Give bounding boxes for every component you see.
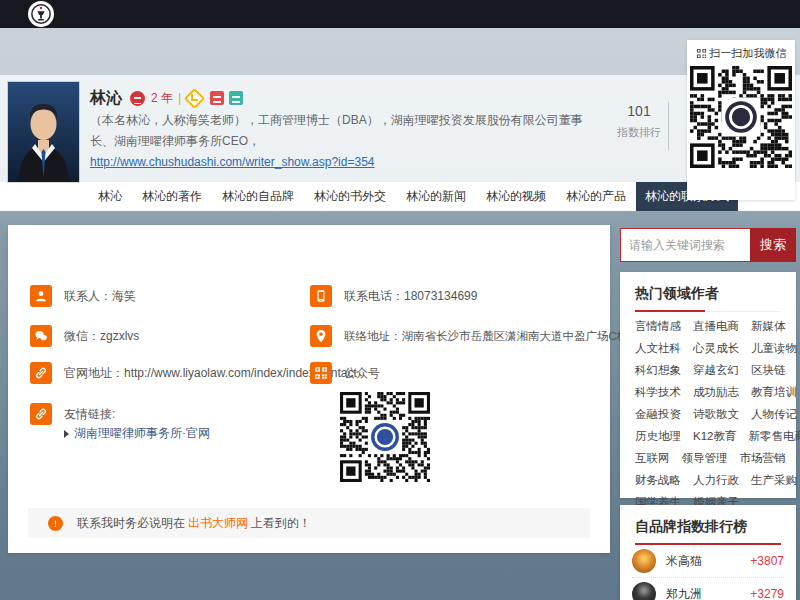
site-logo-icon[interactable] bbox=[28, 1, 54, 27]
rank-name[interactable]: 郑九洲 bbox=[666, 586, 750, 600]
tag-link[interactable]: 直播电商 bbox=[693, 319, 739, 334]
tag-link[interactable]: 言情情感 bbox=[635, 319, 681, 334]
contact-mp-label: 公众号 bbox=[344, 365, 380, 382]
tag-link[interactable]: 心灵成长 bbox=[693, 341, 739, 356]
teal-square-badge-icon bbox=[229, 91, 243, 105]
tag-row: 科学技术成功励志教育培训 bbox=[620, 385, 796, 400]
rank-score: +3807 bbox=[750, 554, 784, 568]
tag-link[interactable]: 人力行政 bbox=[693, 473, 739, 488]
notice-bar: 联系我时务必说明在出书大师网上看到的！ bbox=[28, 508, 590, 538]
tab-products[interactable]: 林沁的产品 bbox=[556, 182, 636, 211]
hot-authors-title: 热门领域作者 bbox=[620, 272, 796, 312]
brand-ranking-panel: 自品牌指数排行榜 米高猫 +3807 郑九洲 +3279 bbox=[620, 505, 796, 600]
contact-phone: 联系电话：18073134699 bbox=[344, 288, 477, 305]
rank-avatar bbox=[632, 549, 656, 573]
friend-link-item[interactable]: 湖南理曜律师事务所·官网 bbox=[64, 425, 210, 442]
contact-phone-row: 联系电话：18073134699 bbox=[310, 285, 477, 307]
contact-person: 联系人：海笑 bbox=[64, 288, 136, 305]
tag-link[interactable]: 领导管理 bbox=[682, 451, 728, 466]
v-certification-icon bbox=[184, 87, 205, 108]
contact-person-row: 联系人：海笑 bbox=[30, 285, 136, 307]
badge-separator: | bbox=[178, 91, 181, 105]
tab-home[interactable]: 林沁 bbox=[88, 182, 132, 211]
top-bar bbox=[0, 0, 800, 28]
contact-wechat-row: 微信：zgzxlvs bbox=[30, 325, 139, 347]
tag-link[interactable]: 穿越玄幻 bbox=[693, 363, 739, 378]
ranking-title: 自品牌指数排行榜 bbox=[620, 505, 796, 545]
page: { "topbar": { "stock_code_label": "股权代码：… bbox=[0, 0, 800, 600]
mp-qr-code bbox=[340, 392, 430, 482]
notice-site-link[interactable]: 出书大师网 bbox=[188, 516, 248, 530]
profile-name: 林沁 bbox=[90, 88, 122, 109]
tag-link[interactable]: 互联网 bbox=[635, 451, 670, 466]
wechat-card-header: 扫一扫加我微信 bbox=[687, 46, 795, 61]
contact-wechat: 微信：zgzxlvs bbox=[64, 328, 139, 345]
tag-link[interactable]: 儿童读物 bbox=[751, 341, 797, 356]
tag-link[interactable]: 科学技术 bbox=[635, 385, 681, 400]
qr-mini-icon bbox=[696, 48, 707, 59]
contact-address: 联络地址：湖南省长沙市岳麓区潇湘南大道中盈广场C栋7楼 bbox=[344, 329, 646, 344]
search-button[interactable]: 搜索 bbox=[750, 228, 796, 262]
triangle-bullet-icon bbox=[64, 430, 69, 438]
tag-link[interactable]: 市场营销 bbox=[740, 451, 786, 466]
qr-icon bbox=[310, 362, 332, 384]
tag-link[interactable]: 生产采购 bbox=[751, 473, 797, 488]
tag-link[interactable]: 金融投资 bbox=[635, 407, 681, 422]
tab-brand[interactable]: 林沁的自品牌 bbox=[212, 182, 304, 211]
tag-row: 人文社科心灵成长儿童读物 bbox=[620, 341, 796, 356]
author-badge-icon bbox=[130, 91, 145, 106]
contact-mp-row: 公众号 bbox=[310, 362, 380, 384]
tag-link[interactable]: 教育培训 bbox=[751, 385, 797, 400]
title-red-underline bbox=[635, 310, 705, 312]
bio-line-1: （本名林沁，人称海笑老师），工商管理博士（DBA），湖南理曜投资发展股份有限公司… bbox=[90, 110, 620, 131]
wechat-card-title: 扫一扫加我微信 bbox=[710, 46, 787, 61]
profile-avatar bbox=[8, 82, 79, 182]
sidebar-search: 搜索 bbox=[620, 228, 796, 262]
wechat-qr-card: 扫一扫加我微信 bbox=[687, 40, 795, 200]
wechat-icon bbox=[30, 325, 52, 347]
tag-row: 言情情感直播电商新媒体 bbox=[620, 319, 796, 334]
profile-nav: 林沁 林沁的著作 林沁的自品牌 林沁的书外交 林沁的新闻 林沁的视频 林沁的产品… bbox=[0, 182, 800, 211]
ranking-row[interactable]: 米高猫 +3807 bbox=[632, 545, 784, 578]
index-label: 指数排行 bbox=[606, 125, 672, 140]
person-icon bbox=[30, 285, 52, 307]
tab-works[interactable]: 林沁的著作 bbox=[132, 182, 212, 211]
rank-name[interactable]: 米高猫 bbox=[666, 553, 750, 570]
hot-authors-panel: 热门领域作者 言情情感直播电商新媒体 人文社科心灵成长儿童读物 科幻想象穿越玄幻… bbox=[620, 272, 796, 498]
tag-link[interactable]: 历史地理 bbox=[635, 429, 681, 444]
profile-name-row: 林沁 2 年 | bbox=[90, 88, 248, 108]
tag-link[interactable]: 财务战略 bbox=[635, 473, 681, 488]
exclamation-icon bbox=[48, 516, 63, 531]
index-value: 101 bbox=[606, 103, 672, 119]
phone-icon bbox=[310, 285, 332, 307]
tag-row: 互联网领导管理市场营销 bbox=[620, 451, 796, 466]
tag-link[interactable]: 新媒体 bbox=[751, 319, 786, 334]
notice-text: 联系我时务必说明在出书大师网上看到的！ bbox=[77, 515, 311, 532]
tag-link[interactable]: 诗歌散文 bbox=[693, 407, 739, 422]
tag-row: 科幻想象穿越玄幻区块链 bbox=[620, 363, 796, 378]
years-badge: 2 年 bbox=[151, 90, 173, 107]
profile-bio: （本名林沁，人称海笑老师），工商管理博士（DBA），湖南理曜投资发展股份有限公司… bbox=[90, 110, 620, 152]
tag-link[interactable]: K12教育 bbox=[693, 429, 736, 444]
search-input[interactable] bbox=[620, 228, 750, 262]
contact-site-row: 官网地址：http://www.liyaolaw.com/index/index… bbox=[30, 362, 357, 384]
rank-score: +3279 bbox=[750, 587, 784, 600]
location-icon bbox=[310, 325, 332, 347]
link-icon bbox=[30, 362, 52, 384]
profile-url-link[interactable]: http://www.chushudashi.com/writer_show.a… bbox=[90, 155, 375, 169]
tab-news[interactable]: 林沁的新闻 bbox=[396, 182, 476, 211]
tag-link[interactable]: 区块链 bbox=[751, 363, 786, 378]
tag-link[interactable]: 人文社科 bbox=[635, 341, 681, 356]
friend-link-text[interactable]: 湖南理曜律师事务所·官网 bbox=[74, 425, 210, 442]
contact-address-row: 联络地址：湖南省长沙市岳麓区潇湘南大道中盈广场C栋7楼 bbox=[310, 325, 646, 347]
tag-link[interactable]: 新零售电商 bbox=[748, 429, 800, 444]
tab-book-diplomacy[interactable]: 林沁的书外交 bbox=[304, 182, 396, 211]
tag-link[interactable]: 科幻想象 bbox=[635, 363, 681, 378]
ranking-row[interactable]: 郑九洲 +3279 bbox=[632, 578, 784, 600]
title-red-underline bbox=[635, 543, 781, 545]
tag-row: 财务战略人力行政生产采购 bbox=[620, 473, 796, 488]
tab-videos[interactable]: 林沁的视频 bbox=[476, 182, 556, 211]
tag-row: 金融投资诗歌散文人物传记 bbox=[620, 407, 796, 422]
tag-link[interactable]: 人物传记 bbox=[751, 407, 797, 422]
tag-link[interactable]: 成功励志 bbox=[693, 385, 739, 400]
